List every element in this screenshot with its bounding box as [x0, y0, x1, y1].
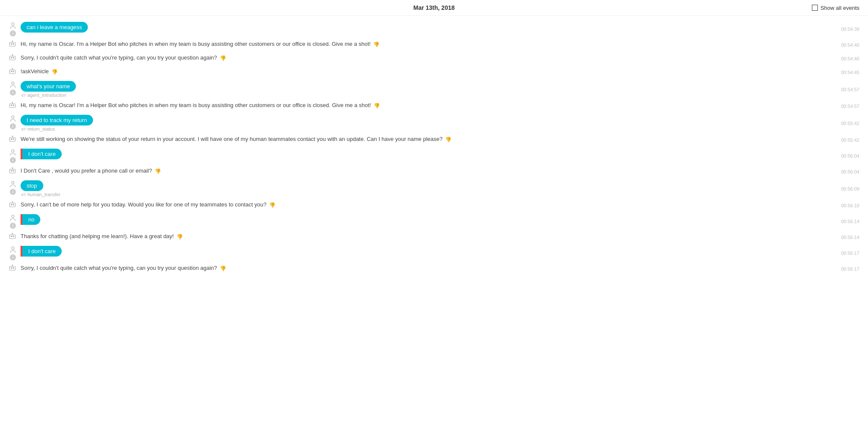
bot-message-content: Hi, my name is Oscar. I'm a Helper Bot w…	[21, 40, 859, 48]
svg-point-4	[12, 41, 13, 42]
bot-message-content: Thanks for chatting (and helping me lear…	[21, 232, 859, 241]
bot-icon	[9, 167, 16, 174]
svg-rect-39	[9, 266, 15, 270]
bot-message-content: !askVehicle👎	[21, 67, 859, 76]
info-icon: i	[10, 254, 16, 260]
person-icon	[9, 81, 17, 89]
bot-message-content: Hi, my name is Oscar! I'm a Helper Bot w…	[21, 101, 859, 110]
svg-point-35	[11, 236, 12, 237]
svg-point-10	[11, 71, 12, 72]
chat-row: istop🏷human_transfer00:56:09	[0, 179, 868, 199]
bot-avatar	[9, 200, 17, 208]
bot-icon	[9, 101, 16, 109]
bot-message-content: We're still working on showing the statu…	[21, 135, 859, 143]
svg-point-15	[11, 105, 12, 106]
svg-point-41	[13, 268, 14, 269]
message-timestamp: 00:54:57	[841, 104, 859, 109]
svg-point-18	[12, 116, 14, 118]
user-bubble: I don't care	[21, 246, 62, 257]
svg-point-3	[13, 44, 14, 45]
svg-point-0	[12, 23, 14, 25]
bot-icon	[9, 67, 16, 75]
chat-row: Sorry, I couldn't quite catch what you'r…	[0, 262, 868, 276]
user-bubble: what's your name	[21, 81, 76, 92]
thumbs-down-icon[interactable]: 👎	[373, 42, 380, 48]
bot-message-content: Sorry, I couldn't quite catch what you'r…	[21, 54, 859, 62]
bot-avatar	[9, 167, 17, 174]
thumbs-down-icon[interactable]: 👎	[51, 69, 58, 75]
message-timestamp: 00:56:04	[841, 153, 859, 158]
tag-icon: 🏷	[21, 192, 26, 197]
chat-row: Thanks for chatting (and helping me lear…	[0, 230, 868, 244]
svg-point-2	[11, 44, 12, 45]
chat-row: iwhat's your name🏷agent_introduction00:5…	[0, 79, 868, 99]
svg-point-36	[13, 236, 14, 237]
bot-message-text: Sorry, I can't be of more help for you t…	[21, 201, 266, 208]
thumbs-down-icon[interactable]: 👎	[220, 266, 226, 272]
tag-icon: 🏷	[21, 127, 26, 131]
bot-message-text: Thanks for chatting (and helping me lear…	[21, 233, 174, 239]
tag-text: human_transfer	[27, 192, 60, 197]
user-avatar: i	[9, 149, 17, 163]
svg-point-7	[13, 57, 14, 58]
bot-message-text: !askVehicle	[21, 68, 49, 75]
svg-point-31	[13, 204, 14, 205]
thumbs-down-icon[interactable]: 👎	[177, 234, 183, 240]
chat-row: Hi, my name is Oscar. I'm a Helper Bot w…	[0, 38, 868, 52]
bot-icon	[9, 135, 16, 143]
thumbs-down-icon[interactable]: 👎	[445, 137, 452, 143]
svg-rect-34	[9, 235, 15, 239]
user-bubble: stop	[21, 180, 43, 191]
svg-point-30	[11, 204, 12, 205]
svg-rect-24	[9, 169, 15, 173]
person-icon	[9, 214, 17, 222]
chat-row: We're still working on showing the statu…	[0, 133, 868, 147]
user-avatar: i	[9, 180, 17, 195]
thumbs-down-icon[interactable]: 👎	[269, 202, 275, 208]
chat-row: iI don't care00:56:04	[0, 147, 868, 165]
user-avatar: i	[9, 246, 17, 260]
bot-avatar	[9, 264, 17, 272]
svg-point-28	[12, 181, 14, 184]
intent-tag: 🏷agent_introduction	[21, 93, 859, 98]
bot-icon	[9, 232, 16, 240]
info-icon: i	[10, 90, 16, 96]
thumbs-down-icon[interactable]: 👎	[374, 103, 380, 109]
tag-text: agent_introduction	[27, 93, 66, 98]
svg-point-11	[13, 71, 14, 72]
info-icon: i	[10, 123, 16, 129]
svg-point-21	[13, 139, 14, 140]
svg-rect-29	[9, 203, 15, 207]
bot-message-text: I Don't Care , would you prefer a phone …	[21, 167, 152, 174]
tag-icon: 🏷	[21, 93, 26, 98]
message-timestamp: 00:56:04	[841, 169, 859, 174]
show-all-checkbox[interactable]	[812, 5, 818, 11]
bot-message-text: We're still working on showing the statu…	[21, 136, 443, 142]
svg-rect-5	[9, 56, 15, 60]
user-message-content: no	[21, 214, 859, 225]
bot-avatar	[9, 232, 17, 240]
user-bubble: can i leave a meagess	[21, 22, 88, 33]
thumbs-down-icon[interactable]: 👎	[220, 55, 226, 61]
bot-message-content: Sorry, I can't be of more help for you t…	[21, 200, 859, 209]
svg-rect-14	[9, 104, 15, 108]
svg-point-17	[12, 102, 13, 103]
show-all-events-toggle[interactable]: Show all events	[812, 5, 859, 11]
svg-point-42	[12, 265, 13, 266]
info-icon: i	[10, 223, 16, 229]
user-avatar: i	[9, 81, 17, 96]
message-timestamp: 00:56:09	[841, 186, 859, 191]
user-bubble: I need to track my return	[21, 115, 93, 125]
thumbs-down-icon[interactable]: 👎	[155, 168, 161, 174]
svg-point-32	[12, 201, 13, 202]
bot-avatar	[9, 67, 17, 75]
svg-point-8	[12, 54, 13, 55]
svg-rect-1	[9, 42, 15, 46]
svg-point-16	[13, 105, 14, 106]
user-message-content: can i leave a meagess	[21, 22, 859, 33]
person-icon	[9, 115, 17, 122]
chat-row: iI don't care00:56:17	[0, 244, 868, 262]
message-timestamp: 00:56:10	[841, 203, 859, 208]
message-timestamp: 00:54:57	[841, 87, 859, 92]
message-timestamp: 00:56:14	[841, 235, 859, 240]
